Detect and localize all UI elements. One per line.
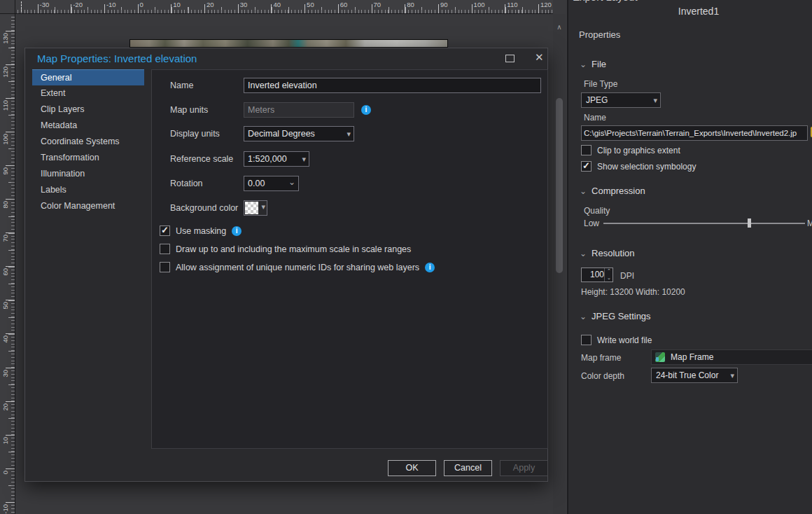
canvas-scrollbar[interactable]: ∧: [553, 14, 566, 514]
tab-color-management[interactable]: Color Management: [32, 198, 144, 214]
ruler-label: 100: [474, 1, 485, 8]
allow-ids-row[interactable]: Allow assignment of unique numeric IDs f…: [160, 262, 435, 272]
background-color-picker[interactable]: [244, 200, 267, 216]
map-frame-value: Map Frame: [671, 350, 713, 364]
draw-up-checkbox[interactable]: [160, 244, 170, 254]
ruler-tick: [6, 132, 15, 132]
file-type-dropdown[interactable]: JPEG: [581, 92, 661, 108]
spinner-buttons: ⌃ ⌄: [604, 268, 612, 282]
name-label: Name: [170, 81, 193, 90]
dpi-value[interactable]: 100: [582, 268, 604, 282]
ruler-label: 60: [340, 1, 348, 8]
ruler-tick: [6, 468, 15, 469]
tab-transformation[interactable]: Transformation: [32, 150, 144, 166]
tab-extent[interactable]: Extent: [32, 85, 144, 102]
ruler-tick: [6, 31, 15, 32]
tab-labels[interactable]: Labels: [32, 182, 144, 198]
spin-up-icon[interactable]: ⌃: [605, 268, 613, 275]
ruler-label: 10: [173, 1, 181, 8]
ruler-label: 40: [273, 1, 281, 8]
write-world-file-checkbox[interactable]: [581, 335, 592, 345]
ruler-tick: [6, 333, 15, 334]
cancel-button[interactable]: Cancel: [444, 460, 492, 476]
quality-slider-handle[interactable]: [748, 218, 751, 228]
scrollbar-thumb[interactable]: [556, 98, 563, 273]
quality-slider-track[interactable]: [603, 223, 805, 224]
show-selection-checkbox[interactable]: [581, 161, 592, 172]
tab-coordinate-systems[interactable]: Coordinate Systems: [32, 134, 144, 150]
use-masking-checkbox[interactable]: [160, 225, 170, 236]
clip-graphics-row[interactable]: Clip to graphics extent: [581, 145, 680, 155]
ruler-label: 120: [540, 1, 552, 8]
ruler-tick: [6, 199, 15, 200]
ruler-label: 0: [140, 1, 144, 8]
dialog-title: Map Properties: Inverted elevation: [37, 53, 197, 64]
dpi-label: DPI: [620, 271, 634, 281]
rotation-combobox[interactable]: 0.00: [244, 176, 299, 191]
output-name-label: Name: [584, 113, 606, 123]
maximize-icon[interactable]: [505, 55, 514, 62]
show-selection-row[interactable]: Show selection symbology: [581, 161, 696, 172]
ruler-origin-marker: [21, 1, 22, 12]
tab-illumination[interactable]: Illumination: [32, 166, 144, 182]
show-selection-label: Show selection symbology: [597, 162, 696, 172]
clip-graphics-checkbox[interactable]: [581, 145, 592, 155]
ruler-tick: [6, 165, 15, 166]
color-depth-dropdown[interactable]: 24-bit True Color: [651, 368, 738, 383]
allow-ids-checkbox[interactable]: [160, 262, 170, 272]
ruler-label: 70: [1, 235, 9, 242]
ruler-label: 80: [1, 201, 9, 209]
ruler-tick: [6, 64, 15, 65]
info-icon: [232, 226, 241, 236]
ruler-label: 100: [1, 134, 9, 145]
jpeg-settings-section-header[interactable]: ⌄JPEG Settings: [580, 311, 651, 321]
map-name-input[interactable]: Inverted elevation: [244, 78, 541, 93]
output-path-input[interactable]: C:\gis\Projects\Terrain\Terrain_Exports\…: [581, 125, 808, 141]
ok-button[interactable]: OK: [388, 460, 436, 476]
draw-up-label: Draw up to and including the maximum sca…: [176, 244, 411, 254]
map-units-input: Meters: [244, 102, 354, 118]
ruler-label: -30: [40, 1, 50, 8]
ruler-label: 80: [407, 1, 414, 8]
resolution-section-header[interactable]: ⌄Resolution: [580, 248, 635, 258]
chevron-down-icon: ⌄: [580, 249, 587, 258]
ruler-tick: [6, 98, 15, 99]
ruler-label: 0: [1, 471, 9, 474]
close-icon[interactable]: ✕: [535, 51, 544, 64]
compression-section-header[interactable]: ⌄Compression: [580, 186, 645, 196]
ruler-label: 130: [1, 33, 9, 44]
chevron-down-icon: ⌄: [580, 60, 587, 69]
arcgis-pro-window: -30-20-100102030405060708090100110120 13…: [0, 0, 812, 514]
file-section-header[interactable]: ⌄File: [580, 59, 606, 69]
map-frame-dropdown[interactable]: Map Frame: [651, 349, 812, 365]
tab-general[interactable]: General: [32, 69, 144, 85]
tab-clip-layers[interactable]: Clip Layers: [32, 102, 144, 118]
ruler-tick: [6, 368, 15, 368]
spin-down-icon[interactable]: ⌄: [605, 275, 613, 282]
scroll-up-icon[interactable]: ∧: [553, 24, 566, 31]
properties-heading: Properties: [579, 29, 620, 40]
ruler-label: 90: [440, 1, 448, 8]
ruler-tick: [6, 401, 15, 402]
reference-scale-dropdown[interactable]: 1:520,000: [244, 151, 309, 167]
ruler-tick: [505, 4, 505, 13]
use-masking-row[interactable]: Use masking: [160, 225, 241, 236]
rotation-label: Rotation: [170, 179, 203, 188]
ruler-tick: [6, 300, 15, 300]
ruler-label: 50: [1, 302, 9, 310]
write-world-file-row[interactable]: Write world file: [581, 335, 652, 345]
dpi-spinner[interactable]: 100 ⌃ ⌄: [581, 268, 613, 282]
draw-up-row[interactable]: Draw up to and including the maximum sca…: [160, 244, 411, 254]
background-color-label: Background color: [170, 203, 238, 213]
ruler-label: -10: [106, 1, 116, 8]
ruler-tick: [6, 502, 15, 503]
tab-metadata[interactable]: Metadata: [32, 118, 144, 134]
general-settings-panel: Name Inverted elevation Map units Meters…: [151, 69, 548, 449]
ruler-label: 30: [240, 1, 248, 8]
ruler-tick: [438, 4, 439, 13]
transparent-swatch: [245, 202, 258, 214]
ruler-label: 120: [1, 67, 9, 78]
map-preview-strip: [130, 39, 448, 48]
ruler-tick: [338, 4, 339, 13]
display-units-dropdown[interactable]: Decimal Degrees: [244, 126, 354, 141]
